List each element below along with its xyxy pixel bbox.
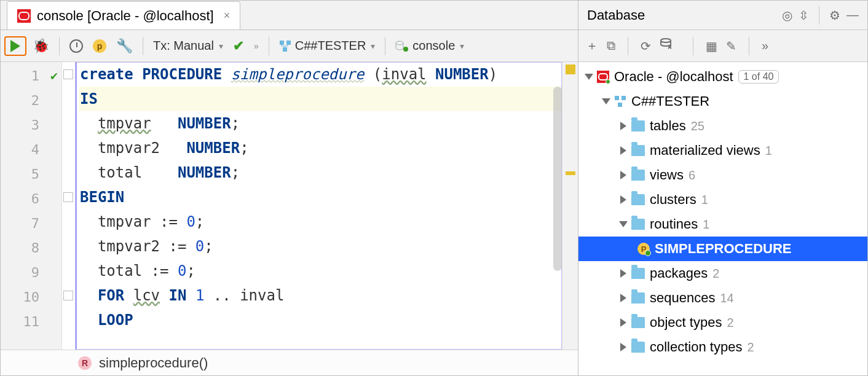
folder-icon (631, 120, 645, 131)
separator (143, 37, 143, 55)
item-count: 1 (701, 193, 708, 207)
refresh-button[interactable]: ⟳ (641, 39, 651, 53)
separator (749, 37, 749, 55)
code-editor[interactable]: 1✔234567891011 create PROCEDURE simplepr… (1, 62, 578, 350)
svg-rect-2 (283, 47, 287, 52)
settings-button[interactable]: 🔧 (112, 36, 136, 57)
item-count: 1 (765, 144, 772, 158)
tree-node-folder[interactable]: collection types 2 (578, 335, 867, 359)
fold-toggle-icon[interactable] (63, 192, 73, 202)
gutter-line: 7 (1, 211, 61, 235)
code-area[interactable]: create PROCEDURE simpleprocedure (inval … (76, 62, 562, 350)
fold-toggle-icon[interactable] (63, 69, 73, 79)
commit-button[interactable]: ✔ (229, 36, 248, 57)
overflow-button[interactable]: » (250, 39, 262, 53)
fold-toggle-icon[interactable] (63, 291, 73, 300)
svg-point-5 (661, 39, 671, 42)
play-icon (10, 40, 20, 52)
clock-icon (69, 39, 83, 53)
code-line[interactable]: tmpvar2 NUMBER; (79, 136, 562, 160)
schema-icon (614, 95, 626, 108)
folder-label: clusters (650, 192, 696, 208)
edit-button[interactable]: ✎ (726, 39, 736, 53)
schema-icon (279, 40, 291, 52)
database-panel-header: Database ◎ ⇳ ⚙ — (578, 1, 867, 30)
oracle-icon (597, 71, 609, 83)
code-line[interactable]: total NUMBER; (79, 160, 562, 185)
analysis-marker-icon[interactable] (566, 65, 575, 74)
gear-icon[interactable]: ⚙ (829, 8, 840, 23)
folder-label: tables (650, 118, 686, 134)
collapse-icon[interactable]: ⇳ (799, 8, 809, 23)
item-count: 25 (691, 119, 704, 133)
code-line[interactable]: BEGIN (79, 185, 562, 210)
tree-node-folder[interactable]: views 6 (578, 163, 867, 187)
tree-node-routine[interactable]: P SIMPLEPROCEDURE (578, 237, 867, 261)
editor-tab[interactable]: console [Oracle - @localhost] × (7, 1, 240, 29)
schema-dropdown[interactable]: C##TESTER▾ (275, 36, 379, 55)
code-line[interactable]: IS (79, 87, 562, 111)
editor-tab-strip: console [Oracle - @localhost] × (1, 1, 578, 30)
svg-rect-7 (621, 96, 626, 100)
tx-mode-dropdown[interactable]: Tx: Manual▾ (149, 36, 227, 55)
svg-rect-8 (618, 103, 622, 107)
chevron-down-icon: ▾ (219, 41, 223, 51)
code-line[interactable]: tmpvar NUMBER; (79, 111, 562, 136)
datasource-icon (395, 41, 409, 52)
svg-rect-0 (280, 41, 284, 45)
tree-node-folder[interactable]: materialized views 1 (578, 138, 867, 163)
code-line[interactable]: LOOP (79, 308, 562, 332)
tree-node-folder[interactable]: clusters 1 (578, 187, 867, 212)
debug-button[interactable]: 🐞 (29, 36, 53, 57)
gutter-line: 8 (1, 235, 61, 260)
check-icon: ✔ (233, 38, 244, 54)
breadcrumb-routine: simpleprocedure() (99, 355, 208, 371)
tree-node-folder[interactable]: object types 2 (578, 310, 867, 335)
minimize-icon[interactable]: — (846, 8, 859, 22)
run-line-icon[interactable]: ✔ (50, 68, 58, 83)
code-line[interactable]: create PROCEDURE simpleprocedure (inval … (79, 62, 562, 87)
code-line[interactable]: total := 0; (79, 259, 562, 283)
disclosure-icon (620, 195, 626, 204)
svg-point-4 (403, 47, 408, 52)
disclosure-icon (620, 318, 626, 327)
close-tab-icon[interactable]: × (224, 9, 231, 22)
gutter-line: 1✔ (1, 63, 61, 88)
folder-icon (631, 170, 645, 181)
chevron-down-icon: ▾ (460, 41, 464, 51)
tree-node-folder[interactable]: sequences 14 (578, 286, 867, 310)
overflow-button[interactable]: » (762, 39, 768, 53)
gutter-line: 10 (1, 284, 61, 309)
database-tree[interactable]: Oracle - @localhost 1 of 40 C##TESTER ta… (578, 62, 867, 375)
tree-node-folder[interactable]: tables 25 (578, 114, 867, 138)
panel-title: Database (587, 7, 645, 23)
tree-node-schema[interactable]: C##TESTER (578, 89, 867, 114)
param-button[interactable]: p (89, 37, 110, 55)
code-line[interactable]: tmpvar := 0; (79, 210, 562, 234)
svg-rect-6 (615, 96, 619, 100)
session-label: console (412, 39, 455, 53)
gutter-line: 6 (1, 186, 61, 211)
routine-icon: R (78, 356, 92, 370)
history-button[interactable] (66, 37, 87, 55)
filter-button[interactable] (660, 38, 672, 53)
duplicate-button[interactable]: ⧉ (607, 39, 615, 53)
folder-label: collection types (650, 339, 742, 355)
item-count: 2 (712, 267, 719, 281)
tree-node-datasource[interactable]: Oracle - @localhost 1 of 40 (578, 65, 867, 89)
folder-label: materialized views (650, 143, 760, 159)
scrollbar-vertical[interactable] (553, 87, 562, 271)
code-line[interactable]: FOR lcv IN 1 .. inval (79, 283, 562, 308)
tree-node-folder[interactable]: packages 2 (578, 261, 867, 286)
tree-node-folder[interactable]: routines 1 (578, 212, 867, 237)
fold-strip (62, 62, 76, 350)
new-button[interactable]: ＋ (586, 37, 598, 54)
target-icon[interactable]: ◎ (782, 8, 792, 23)
run-button[interactable] (4, 36, 26, 56)
warning-marker-icon[interactable] (566, 171, 575, 175)
code-line[interactable]: tmpvar2 := 0; (79, 234, 562, 259)
datagrid-button[interactable]: ▦ (706, 39, 717, 53)
disclosure-icon (620, 171, 626, 179)
session-dropdown[interactable]: console▾ (392, 36, 468, 55)
separator (269, 37, 269, 55)
